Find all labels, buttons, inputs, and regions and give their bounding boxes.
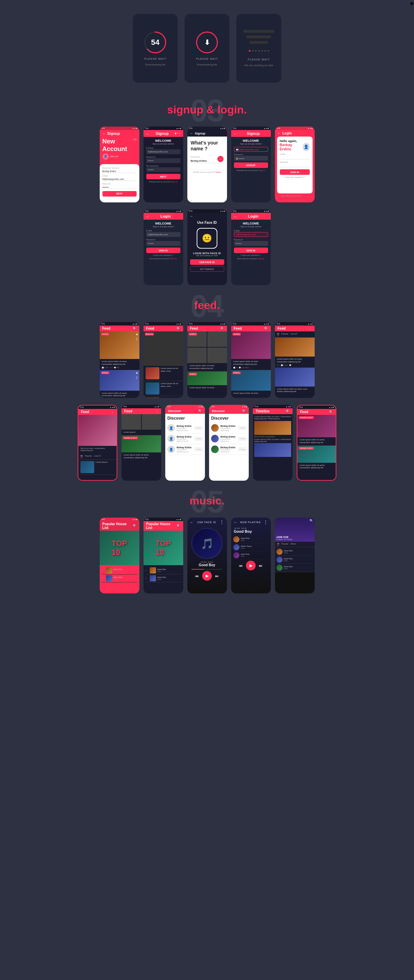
tab-all[interactable]: All	[277, 333, 279, 336]
disc2-sub-1: consectetur adipiscing.	[220, 427, 237, 431]
sa-forgot[interactable]: Forgot your password ?	[280, 176, 310, 178]
tab-last24[interactable]: Last 24	[290, 333, 298, 336]
welcome-next-button[interactable]: NEXT	[146, 174, 180, 179]
share-icon-2[interactable]: ⤴	[136, 376, 138, 380]
play-btn[interactable]: ▶	[202, 571, 212, 581]
search-icon-3[interactable]: 🔍	[220, 327, 224, 330]
np2-more[interactable]: ⋮	[264, 520, 268, 525]
fp3-grid: MOBILE ♥	[187, 331, 227, 363]
sa-bottom-link[interactable]: Don't have an account? Sign Up	[275, 193, 315, 198]
welcome-email-field[interactable]: hi@berkayerdinc.com	[146, 149, 180, 154]
np2-prev-icon[interactable]: ⏮	[239, 564, 242, 568]
sa-pass-field[interactable]	[280, 163, 310, 167]
heart-icon[interactable]: ♥	[136, 333, 138, 336]
fp2-title: Feed	[146, 326, 154, 330]
wn-name-field[interactable]: Berkay Erdinc →	[191, 158, 224, 163]
tab-popular[interactable]: Popular	[281, 333, 288, 336]
lh-signin-btn[interactable]: SIGN IN	[234, 248, 268, 253]
bio-tab-album[interactable]: Album	[290, 543, 296, 546]
disc1-follow-2[interactable]: Follow	[194, 437, 203, 440]
disc2-sub-2: consectetur adipiscing.	[220, 438, 237, 442]
ld-signup-link[interactable]: Don't have an account? Sign Up	[146, 258, 180, 260]
heart-icon-2[interactable]: ♥	[136, 371, 138, 375]
wn-back[interactable]: ←	[190, 131, 194, 135]
np1-more[interactable]: ⋮	[220, 520, 224, 525]
search-icon-4[interactable]: 🔍	[264, 327, 268, 330]
welcome-repass-field[interactable]: ••••••••	[146, 167, 180, 172]
lh-pass-field[interactable]: ••••••••	[234, 241, 268, 246]
wn-footer: Already have an account? Signup	[187, 169, 227, 175]
fp6-tabs: All Popular Last 24	[78, 453, 116, 460]
welcome-pass-field[interactable]: ••••••••	[146, 158, 180, 163]
fpr-search-icon[interactable]: 🔍	[329, 410, 333, 414]
prev-icon[interactable]: ⏮	[195, 574, 199, 578]
na-back-arrow[interactable]: ←	[102, 132, 106, 135]
music-title-dot: .	[221, 495, 225, 507]
np1-back[interactable]: ←	[190, 520, 194, 524]
welcome-signin-link[interactable]: Already have an account? Sign In	[146, 181, 180, 183]
more-icon-3[interactable]: ⋮	[155, 410, 158, 413]
na-field-name[interactable]: Berkay Erdinc	[102, 169, 137, 173]
fid-use-btn[interactable]: USE FACE ID	[190, 259, 224, 265]
ph2-track-num-2: 2	[146, 577, 148, 579]
fp6-tab-popular[interactable]: Popular	[85, 455, 92, 458]
search-icon[interactable]: 🔍	[133, 327, 137, 330]
ld-forgot[interactable]: Forgot your password ?	[146, 254, 180, 256]
lh-signup-link[interactable]: Don't have an account? Sign Up	[234, 258, 268, 260]
ld-back[interactable]: ←	[146, 215, 150, 218]
disc1-search-icon[interactable]: 🔍	[198, 409, 202, 413]
disc2-follow-2[interactable]: Follow	[239, 437, 247, 440]
disc2-sub-3: consectetur adipiscing.	[220, 449, 237, 453]
more-icon-2[interactable]: ⋮	[111, 410, 114, 414]
disc1-follow-1[interactable]: Follow	[194, 426, 203, 430]
wn-next-btn[interactable]: →	[217, 156, 224, 162]
fp7-text-2: Lorem ipsum dolor sit amet, consectetur …	[124, 454, 159, 459]
sa-email-field[interactable]	[280, 155, 310, 159]
circular-progress: 54	[143, 30, 167, 54]
share-icon[interactable]: ⤴	[136, 337, 138, 341]
se-signup-button[interactable]: SIGNUP	[234, 162, 268, 168]
ld-pass-field[interactable]: ••••••••	[146, 241, 180, 246]
tl-icons: ▲ ● ■	[286, 406, 290, 407]
disc1-name-3: Berkay Erdinc	[177, 446, 193, 449]
np2-avatar-3	[233, 552, 239, 558]
disc2-follow-3[interactable]: Follow	[239, 448, 247, 451]
se-back[interactable]: ←	[234, 132, 237, 135]
fid-nothanks-btn[interactable]: NO THANKS	[190, 266, 224, 272]
lh-forgot[interactable]: Forgot your password ?	[234, 254, 268, 256]
search-icon-2[interactable]: 🔍	[177, 327, 180, 330]
welcome-back[interactable]: ←	[146, 132, 150, 135]
bio-tab-popular[interactable]: Popular	[281, 543, 288, 546]
next-icon[interactable]: ⏭	[215, 574, 219, 578]
fid-back[interactable]: ←	[190, 214, 194, 218]
sa-signin-button[interactable]: SIGN IN	[280, 169, 310, 175]
bio-search-icon[interactable]: 🔍	[309, 519, 313, 522]
more-icon[interactable]: ⋮	[309, 327, 312, 330]
disc1-follow-3[interactable]: Follow	[194, 448, 203, 451]
na-next-button[interactable]: NEXT	[102, 191, 137, 197]
np2-next-icon[interactable]: ⏭	[259, 564, 263, 568]
bio-tab-all[interactable]: All	[277, 543, 279, 546]
np2-play-btn[interactable]: ▶	[246, 561, 256, 570]
disc2-search-icon[interactable]: 🔍	[242, 409, 246, 413]
lh-back[interactable]: ←	[234, 215, 237, 218]
fid-header: ←	[187, 213, 227, 219]
se-signin-link[interactable]: Already have an account? Sign In	[234, 169, 268, 171]
discover-phone-1: 9:41 ▲ ● ■ Discover 🔍 Discover 👤 Berkay …	[165, 405, 205, 481]
lh-email-field[interactable]: hi@berkayerdinc.com	[234, 232, 268, 237]
na-field-email[interactable]: hi@berkayerdinc.com	[102, 177, 137, 181]
sa-back[interactable]: ←	[278, 131, 281, 135]
fp6-tab-all[interactable]: All	[80, 455, 83, 458]
se-email-field[interactable]: 📧 hi@berkayerdinc.com	[234, 147, 268, 152]
tl-search-icon[interactable]: 🔍	[286, 410, 290, 413]
ld-signin-btn[interactable]: SIGN IN	[146, 248, 180, 253]
fp6-tab-last[interactable]: Last 24	[94, 455, 101, 458]
ph1-search-icon[interactable]: 🔍	[133, 524, 137, 528]
fp7-header: Feed ⋮	[121, 408, 161, 414]
na-field-pass[interactable]: ••••••••	[102, 185, 137, 189]
se-pass-field[interactable]: 🔒 ••••••••	[234, 156, 268, 161]
ph2-search-icon[interactable]: 🔍	[177, 524, 180, 528]
ld-email-field[interactable]: hi@berkayerdinc.com	[146, 232, 180, 237]
np2-back[interactable]: ←	[234, 520, 237, 524]
disc2-follow-1[interactable]: Follow	[239, 426, 247, 430]
